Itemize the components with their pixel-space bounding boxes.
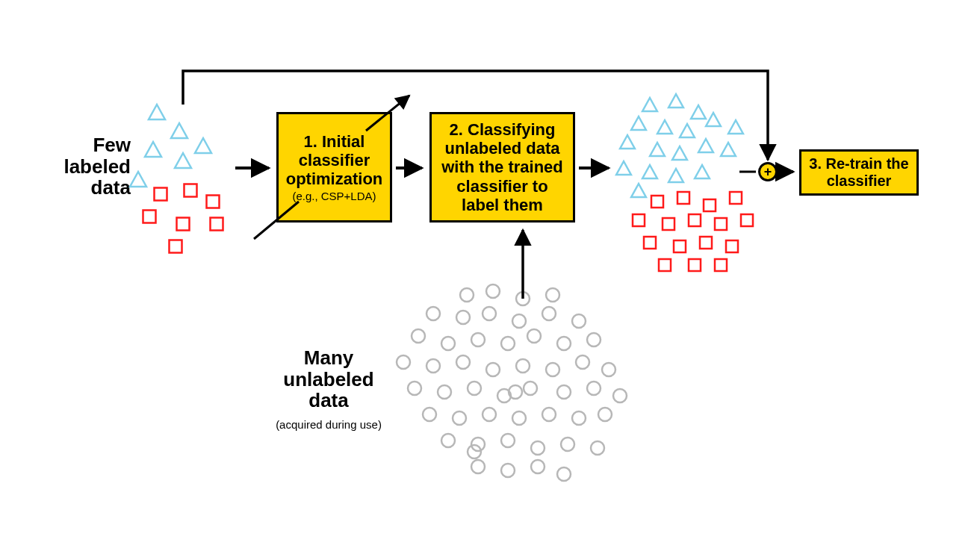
label-many-unlabeled-data: Many unlabeled data — [273, 347, 385, 411]
circle-marker — [576, 355, 589, 369]
plus-icon: + — [764, 165, 772, 178]
square-marker — [659, 259, 671, 271]
circle-marker — [471, 460, 485, 473]
circle-marker — [483, 408, 496, 421]
circle-marker — [587, 333, 601, 346]
circle-marker — [483, 307, 496, 320]
circle-marker — [441, 434, 455, 447]
square-marker — [715, 259, 727, 271]
box-retrain-classifier: 3. Re-train the classifier — [799, 149, 919, 196]
circle-marker — [557, 337, 571, 350]
triangle-marker — [650, 143, 665, 156]
circle-marker — [591, 441, 604, 455]
circle-marker — [561, 438, 574, 451]
triangle-marker — [631, 116, 646, 130]
circle-marker — [516, 359, 530, 373]
merge-plus-node: + — [758, 162, 778, 181]
box-classify-unlabeled: 2. Classifying unlabeled data with the t… — [429, 112, 575, 223]
circle-marker — [453, 411, 466, 425]
triangle-marker — [706, 113, 721, 126]
circle-marker — [486, 363, 500, 376]
triangle-marker — [680, 124, 695, 137]
triangle-marker — [668, 94, 683, 108]
circle-marker — [546, 363, 559, 376]
label-few-labeled-data: Few labeled data — [41, 134, 131, 199]
circle-marker — [542, 307, 556, 320]
circle-marker — [501, 337, 515, 350]
circle-marker — [531, 441, 545, 455]
circle-marker — [527, 329, 541, 343]
triangle-marker — [642, 165, 657, 178]
box-initial-classifier: 1. Initial classifier optimization (e.g.… — [276, 112, 392, 223]
triangle-marker — [657, 120, 672, 134]
square-marker — [677, 192, 689, 204]
square-marker — [644, 237, 656, 249]
triangle-marker — [672, 146, 687, 160]
newly-labeled-triangles — [616, 94, 743, 197]
circle-marker — [501, 434, 515, 447]
circle-marker — [438, 385, 451, 399]
square-marker — [651, 196, 663, 208]
square-marker — [207, 196, 220, 208]
square-marker — [704, 199, 716, 211]
circle-marker — [509, 385, 522, 399]
box3-title: 3. Re-train the classifier — [806, 155, 912, 190]
few-labeled-triangles — [130, 105, 211, 187]
square-marker — [143, 211, 156, 223]
circle-marker — [516, 292, 530, 305]
triangle-marker — [642, 98, 657, 111]
square-marker — [741, 214, 753, 226]
triangle-marker — [691, 105, 706, 119]
triangle-marker — [728, 120, 743, 134]
label-many-unlabeled-sub: (acquired during use) — [265, 418, 392, 431]
circle-marker — [468, 382, 481, 395]
circle-marker — [602, 363, 615, 376]
circle-marker — [426, 359, 440, 373]
circle-marker — [512, 411, 526, 425]
arrows-layer — [0, 0, 971, 560]
circle-marker — [613, 389, 627, 402]
box1-sub: (e.g., CSP+LDA) — [292, 190, 376, 202]
circle-marker — [460, 288, 474, 302]
square-marker — [184, 184, 197, 197]
newly-labeled-squares — [633, 192, 753, 271]
circle-marker — [587, 382, 601, 395]
circle-marker — [397, 355, 410, 369]
circle-marker — [497, 389, 511, 402]
square-marker — [689, 259, 701, 271]
circle-marker — [423, 408, 436, 421]
triangle-marker — [721, 143, 736, 156]
square-marker — [211, 218, 223, 231]
triangle-marker — [620, 135, 635, 149]
circle-marker — [412, 329, 425, 343]
circle-marker — [408, 382, 421, 395]
square-marker — [715, 218, 727, 230]
circle-marker — [542, 408, 556, 421]
triangle-marker — [698, 139, 713, 152]
circle-marker — [531, 460, 545, 473]
triangle-marker — [175, 153, 191, 168]
circle-marker — [572, 411, 586, 425]
circle-marker — [598, 408, 612, 421]
circle-marker — [486, 284, 500, 298]
square-marker — [155, 188, 167, 201]
triangle-marker — [195, 138, 211, 153]
circle-marker — [468, 445, 481, 458]
square-marker — [177, 218, 190, 231]
square-marker — [700, 237, 712, 249]
square-marker — [674, 240, 686, 252]
scatter-layer — [0, 0, 971, 560]
circle-marker — [426, 307, 440, 320]
box2-title: 2. Classifying unlabeled data with the t… — [436, 120, 568, 214]
square-marker — [689, 214, 701, 226]
circle-marker — [557, 385, 571, 399]
square-marker — [663, 218, 674, 230]
triangle-marker — [145, 142, 161, 157]
square-marker — [633, 214, 645, 226]
square-marker — [726, 240, 738, 252]
circle-marker — [524, 382, 537, 395]
triangle-marker — [130, 172, 146, 187]
triangle-marker — [668, 169, 683, 182]
triangle-marker — [616, 161, 631, 175]
box1-title: 1. Initial classifier optimization — [283, 132, 385, 189]
